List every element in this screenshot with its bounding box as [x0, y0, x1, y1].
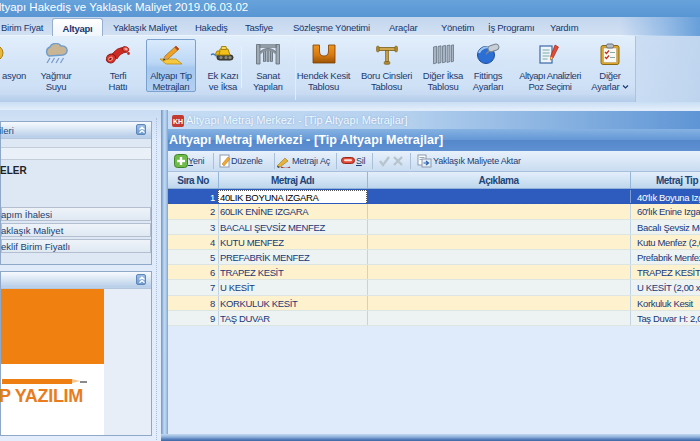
svg-text:KH: KH [173, 118, 183, 125]
